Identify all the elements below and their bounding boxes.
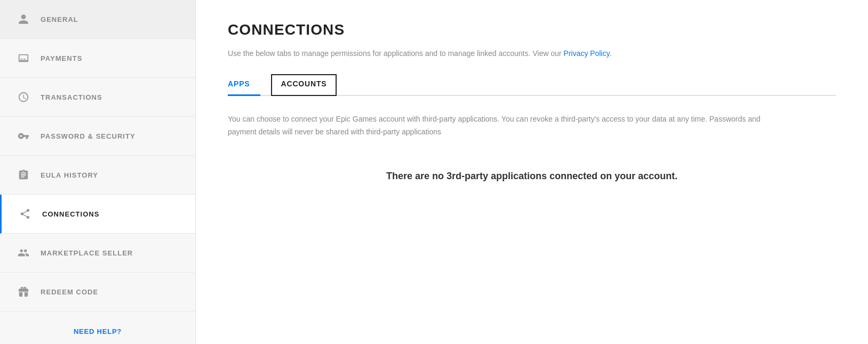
seller-icon	[16, 245, 31, 260]
gift-icon	[16, 284, 31, 299]
person-icon	[16, 12, 31, 27]
sidebar-item-connections-label: CONNECTIONS	[42, 210, 100, 218]
sidebar-item-redeem-code[interactable]: REDEEM CODE	[0, 273, 195, 311]
sidebar-item-password-security[interactable]: PASSWORD & SECURITY	[0, 117, 195, 156]
tab-accounts[interactable]: ACCOUNTS	[271, 74, 336, 96]
sidebar-item-redeem-code-label: REDEEM CODE	[41, 288, 98, 296]
sidebar: GENERAL PAYMENTS TRANSACTIONS PASSWORD &…	[0, 0, 196, 344]
page-title: CONNECTIONS	[228, 21, 836, 38]
sidebar-item-payments[interactable]: PAYMENTS	[0, 39, 195, 78]
privacy-policy-link[interactable]: Privacy Policy	[563, 49, 609, 58]
sidebar-item-general[interactable]: GENERAL	[0, 0, 195, 39]
tabs-container: APPS ACCOUNTS	[228, 74, 836, 96]
key-icon	[16, 129, 31, 143]
main-content: CONNECTIONS Use the below tabs to manage…	[196, 0, 868, 344]
sidebar-item-password-security-label: PASSWORD & SECURITY	[41, 132, 136, 140]
sidebar-item-marketplace-seller-label: MARKETPLACE SELLER	[41, 249, 133, 257]
share-icon	[18, 206, 33, 221]
empty-message: There are no 3rd-party applications conn…	[228, 171, 836, 182]
sidebar-item-transactions[interactable]: TRANSACTIONS	[0, 78, 195, 117]
sidebar-item-eula-history-label: EULA HISTORY	[41, 171, 98, 179]
tab-description: You can choose to connect your Epic Game…	[228, 113, 761, 139]
sidebar-item-marketplace-seller[interactable]: MARKETPLACE SELLER	[0, 234, 195, 273]
sidebar-item-eula-history[interactable]: EULA HISTORY	[0, 156, 195, 195]
sidebar-item-payments-label: PAYMENTS	[41, 54, 82, 62]
sidebar-item-general-label: GENERAL	[41, 15, 78, 23]
description-suffix: .	[609, 49, 611, 58]
payments-icon	[16, 51, 31, 66]
sidebar-item-transactions-label: TRANSACTIONS	[41, 93, 102, 101]
need-help-section: NEED HELP?	[0, 311, 195, 344]
clipboard-icon	[16, 167, 31, 182]
need-help-link[interactable]: NEED HELP?	[74, 327, 122, 335]
transactions-icon	[16, 90, 31, 105]
sidebar-item-connections[interactable]: CONNECTIONS	[0, 195, 195, 234]
tab-apps[interactable]: APPS	[228, 74, 260, 96]
description: Use the below tabs to manage permissions…	[228, 48, 836, 59]
description-text: Use the below tabs to manage permissions…	[228, 49, 561, 58]
